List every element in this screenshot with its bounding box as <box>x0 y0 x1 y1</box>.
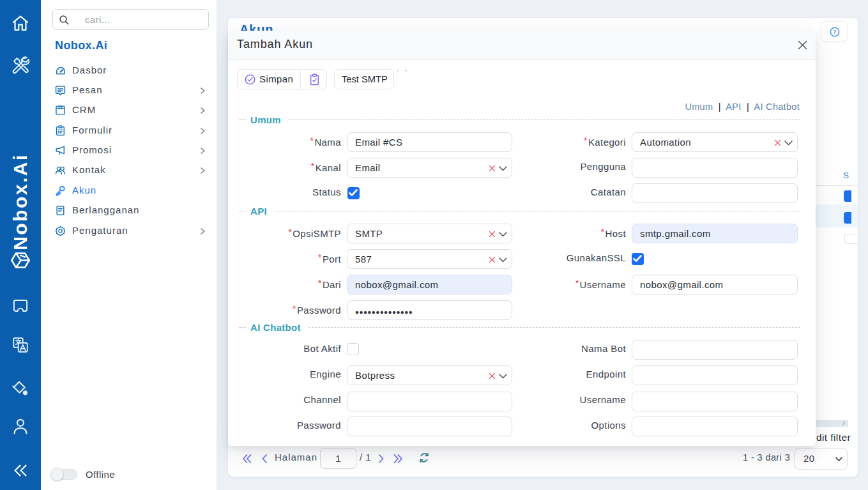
svg-text:?: ? <box>833 29 837 35</box>
